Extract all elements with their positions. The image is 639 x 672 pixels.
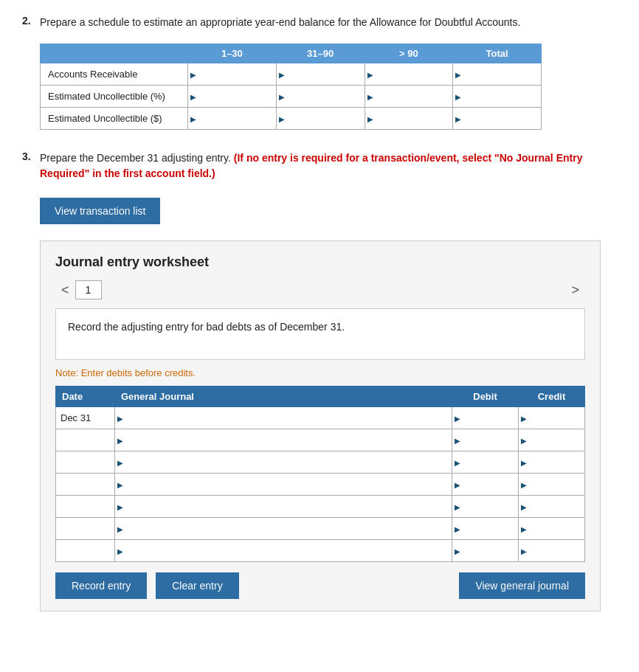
pct-total-cell[interactable] [453,86,542,108]
ar-1-30-cell[interactable] [188,63,277,86]
dollar-1-30-cell[interactable] [188,108,277,130]
journal-row-1 [56,429,585,451]
debit-cell-0[interactable] [452,407,519,429]
gj-input-4[interactable] [115,496,452,517]
credit-cell-4[interactable] [519,496,585,518]
journal-row-0: Dec 31 [56,407,585,429]
dollar-gt90-input[interactable] [373,111,446,125]
section-2-instruction: Prepare a schedule to estimate an approp… [40,15,520,30]
credit-cell-0[interactable] [519,407,585,429]
gj-cell-6[interactable] [115,540,452,562]
journal-row-4 [56,496,585,518]
dollar-31-90-cell[interactable] [276,108,365,130]
ar-1-30-input[interactable] [196,67,269,81]
credit-input-1[interactable] [519,429,584,451]
col-header-1-30: 1–30 [188,44,277,63]
debit-input-5[interactable] [452,518,518,539]
dollar-31-90-input[interactable] [284,111,357,125]
credit-cell-6[interactable] [519,540,585,562]
record-entry-button[interactable]: Record entry [55,572,147,599]
credit-cell-2[interactable] [519,451,585,474]
pct-total-input[interactable] [460,89,533,103]
date-cell-4 [56,496,115,518]
debit-cell-6[interactable] [452,540,519,562]
dollar-gt90-cell[interactable] [365,108,453,130]
journal-entry-table: Date General Journal Debit Credit Dec 31 [55,386,585,562]
prev-page-button[interactable]: < [55,281,75,299]
gj-cell-3[interactable] [115,474,452,496]
date-cell-2 [56,451,115,474]
dollar-1-30-input[interactable] [196,111,269,125]
bottom-buttons: Record entry Clear entry View general jo… [55,562,585,611]
gj-cell-0[interactable] [115,407,452,429]
gj-cell-1[interactable] [115,429,452,451]
pct-gt90-input[interactable] [373,89,446,103]
pct-31-90-input[interactable] [284,89,357,103]
ar-gt90-cell[interactable] [365,63,453,86]
section-3-instruction-plain: Prepare the December 31 adjusting entry. [40,152,231,164]
date-cell-0: Dec 31 [56,407,115,429]
th-date: Date [56,387,115,407]
th-debit: Debit [452,387,519,407]
th-credit: Credit [519,387,585,407]
debit-cell-1[interactable] [452,429,519,451]
page-number: 1 [75,280,102,299]
debit-input-3[interactable] [452,474,518,495]
date-cell-3 [56,474,115,496]
row-label-dollar: Estimated Uncollectible ($) [41,108,188,130]
pct-1-30-input[interactable] [196,89,269,103]
journal-description: Record the adjusting entry for bad debts… [55,308,585,360]
credit-cell-5[interactable] [519,518,585,540]
clear-entry-button[interactable]: Clear entry [156,572,238,599]
debit-input-2[interactable] [452,451,518,473]
gj-cell-4[interactable] [115,496,452,518]
pagination: < 1 > [55,280,585,299]
section-2: 2. Prepare a schedule to estimate an app… [22,15,617,130]
view-transaction-button[interactable]: View transaction list [40,198,160,224]
credit-cell-1[interactable] [519,429,585,451]
debit-cell-2[interactable] [452,451,519,474]
journal-row-6 [56,540,585,562]
date-cell-1 [56,429,115,451]
credit-input-2[interactable] [519,451,584,473]
col-header-gt90: > 90 [365,44,453,63]
credit-input-5[interactable] [519,518,584,539]
gj-input-2[interactable] [115,451,452,473]
dollar-total-input[interactable] [460,111,533,125]
ar-total-cell[interactable] [453,63,542,86]
gj-input-5[interactable] [115,518,452,539]
gj-cell-5[interactable] [115,518,452,540]
debit-cell-5[interactable] [452,518,519,540]
credit-input-6[interactable] [519,540,584,561]
ar-31-90-input[interactable] [284,67,357,81]
debit-input-0[interactable] [452,407,518,429]
schedule-row-ar: Accounts Receivable [41,63,542,86]
dollar-total-cell[interactable] [453,108,542,130]
ar-31-90-cell[interactable] [276,63,365,86]
debit-input-1[interactable] [452,429,518,451]
date-cell-5 [56,518,115,540]
th-general-journal: General Journal [115,387,452,407]
credit-input-0[interactable] [519,407,584,429]
gj-input-3[interactable] [115,474,452,495]
credit-input-4[interactable] [519,496,584,517]
debit-input-4[interactable] [452,496,518,517]
ar-gt90-input[interactable] [373,67,446,81]
gj-cell-2[interactable] [115,451,452,474]
journal-worksheet-title: Journal entry worksheet [55,254,585,270]
debit-input-6[interactable] [452,540,518,561]
next-page-button[interactable]: > [565,281,585,299]
debit-cell-4[interactable] [452,496,519,518]
gj-input-0[interactable] [115,407,452,429]
credit-cell-3[interactable] [519,474,585,496]
debit-cell-3[interactable] [452,474,519,496]
view-general-journal-button[interactable]: View general journal [459,572,585,599]
pct-31-90-cell[interactable] [276,86,365,108]
pct-1-30-cell[interactable] [188,86,277,108]
pct-gt90-cell[interactable] [365,86,453,108]
ar-total-input[interactable] [460,67,533,81]
credit-input-3[interactable] [519,474,584,495]
col-header-31-90: 31–90 [276,44,365,63]
gj-input-6[interactable] [115,540,452,561]
gj-input-1[interactable] [115,429,452,451]
